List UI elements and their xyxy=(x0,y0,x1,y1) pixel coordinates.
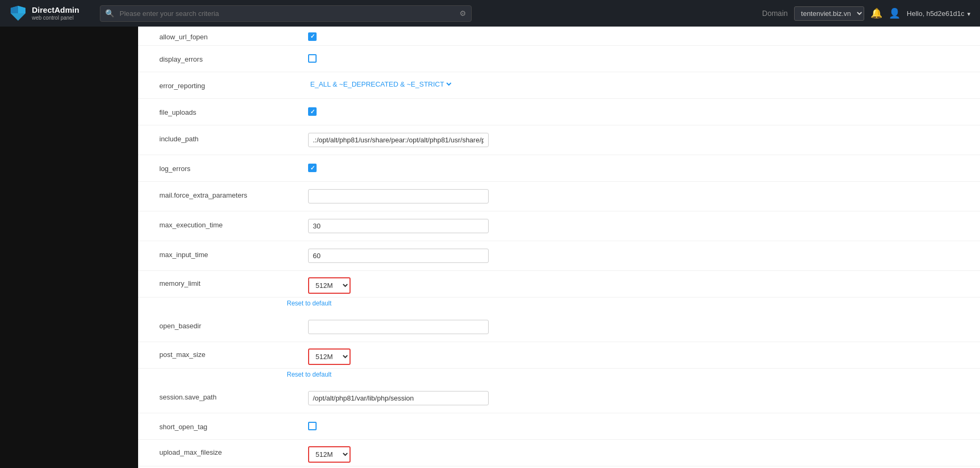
logo-text: DirectAdmin web control panel xyxy=(32,5,79,21)
domain-label: Domain xyxy=(762,9,788,18)
row-memory-limit-inner: memory_limit 512M 256M 128M 64M 32M xyxy=(138,271,980,297)
setting-name-display-errors: display_errors xyxy=(159,53,308,63)
setting-name-post-max-size: post_max_size xyxy=(159,348,308,359)
search-bar: 🔍 ⚙ xyxy=(100,5,472,22)
checkbox-file-uploads[interactable] xyxy=(308,107,317,116)
row-mail-force: mail.force_extra_parameters xyxy=(138,182,980,211)
setting-value-max-exec-time xyxy=(308,219,959,233)
row-error-reporting: error_reporting E_ALL & ~E_DEPRECATED & … xyxy=(138,72,980,99)
row-log-errors: log_errors xyxy=(138,155,980,182)
reset-memory-limit[interactable]: Reset to default xyxy=(138,300,980,312)
row-max-input-time: max_input_time xyxy=(138,241,980,271)
input-max-input-time[interactable] xyxy=(308,249,489,263)
checkbox-display-errors[interactable] xyxy=(308,54,317,63)
logo-area: DirectAdmin web control panel xyxy=(8,4,93,23)
reset-post-max-size[interactable]: Reset to default xyxy=(138,371,980,384)
select-post-max-size[interactable]: 512M 256M 128M 64M 32M xyxy=(308,348,351,365)
sidebar xyxy=(0,27,138,468)
select-memory-limit[interactable]: 512M 256M 128M 64M 32M xyxy=(308,277,351,294)
row-allow-url-fopen: allow_url_fopen xyxy=(138,27,980,46)
setting-value-max-input-time xyxy=(308,249,959,263)
header: DirectAdmin web control panel 🔍 ⚙ Domain… xyxy=(0,0,980,27)
setting-name-short-open-tag: short_open_tag xyxy=(159,421,308,431)
settings-panel: allow_url_fopen display_errors error_rep… xyxy=(138,27,980,468)
setting-value-upload-max-filesize: 512M 256M 128M 64M 32M xyxy=(308,446,959,463)
checkbox-log-errors[interactable] xyxy=(308,164,317,172)
user-greeting[interactable]: Hello, h5d2e61d1c ▼ xyxy=(907,10,972,18)
select-upload-max-filesize[interactable]: 512M 256M 128M 64M 32M xyxy=(308,446,351,463)
setting-value-short-open-tag xyxy=(308,421,959,432)
row-short-open-tag: short_open_tag xyxy=(138,413,980,440)
setting-name-max-input-time: max_input_time xyxy=(159,249,308,259)
row-memory-limit: memory_limit 512M 256M 128M 64M 32M Rese… xyxy=(138,271,980,312)
svg-marker-1 xyxy=(11,6,18,13)
input-max-exec-time[interactable] xyxy=(308,219,489,233)
setting-value-memory-limit: 512M 256M 128M 64M 32M xyxy=(308,277,959,294)
input-mail-force[interactable] xyxy=(308,189,489,203)
setting-name-log-errors: log_errors xyxy=(159,163,308,173)
row-upload-max-filesize-inner: upload_max_filesize 512M 256M 128M 64M 3… xyxy=(138,440,980,466)
row-max-exec-time: max_execution_time xyxy=(138,211,980,241)
search-icon: 🔍 xyxy=(105,9,114,18)
setting-value-mail-force xyxy=(308,189,959,203)
setting-name-error-reporting: error_reporting xyxy=(159,80,308,90)
bell-icon[interactable]: 🔔 xyxy=(871,7,882,19)
setting-value-file-uploads xyxy=(308,106,959,116)
setting-value-open-basedir xyxy=(308,320,959,334)
input-include-path[interactable] xyxy=(308,133,489,147)
input-session-save-path[interactable] xyxy=(308,391,489,405)
gear-icon[interactable]: ⚙ xyxy=(459,9,466,18)
brand-name: DirectAdmin xyxy=(32,5,79,15)
brand-sub: web control panel xyxy=(32,15,79,21)
directadmin-logo xyxy=(8,4,28,23)
header-right: Domain tentenviet.biz.vn 🔔 👤 Hello, h5d2… xyxy=(762,6,972,21)
checkbox-short-open-tag[interactable] xyxy=(308,422,317,430)
setting-name-allow-url-fopen: allow_url_fopen xyxy=(159,31,308,41)
input-open-basedir[interactable] xyxy=(308,320,489,334)
main-container: allow_url_fopen display_errors error_rep… xyxy=(0,27,980,468)
checkbox-allow-url-fopen[interactable] xyxy=(308,32,317,41)
row-display-errors: display_errors xyxy=(138,46,980,72)
setting-name-file-uploads: file_uploads xyxy=(159,106,308,116)
greeting-arrow: ▼ xyxy=(966,11,972,17)
setting-value-allow-url-fopen xyxy=(308,31,959,41)
row-upload-max-filesize: upload_max_filesize 512M 256M 128M 64M 3… xyxy=(138,440,980,468)
setting-name-upload-max-filesize: upload_max_filesize xyxy=(159,446,308,456)
row-session-save-path: session.save_path xyxy=(138,384,980,413)
setting-name-include-path: include_path xyxy=(159,133,308,143)
setting-value-include-path xyxy=(308,133,959,147)
row-file-uploads: file_uploads xyxy=(138,99,980,125)
setting-value-error-reporting: E_ALL & ~E_DEPRECATED & ~E_STRICT xyxy=(308,80,959,89)
setting-name-max-exec-time: max_execution_time xyxy=(159,219,308,229)
setting-name-session-save-path: session.save_path xyxy=(159,391,308,401)
row-post-max-size: post_max_size 512M 256M 128M 64M 32M Res… xyxy=(138,342,980,384)
domain-select[interactable]: tentenviet.biz.vn xyxy=(794,6,864,21)
row-include-path: include_path xyxy=(138,125,980,155)
error-reporting-select[interactable]: E_ALL & ~E_DEPRECATED & ~E_STRICT xyxy=(308,80,453,89)
content-area: allow_url_fopen display_errors error_rep… xyxy=(138,27,980,468)
setting-name-mail-force: mail.force_extra_parameters xyxy=(159,189,308,199)
setting-value-log-errors xyxy=(308,163,959,172)
setting-name-memory-limit: memory_limit xyxy=(159,277,308,287)
row-open-basedir: open_basedir xyxy=(138,312,980,342)
setting-value-display-errors xyxy=(308,53,959,64)
user-avatar: 👤 xyxy=(889,7,900,19)
row-post-max-size-inner: post_max_size 512M 256M 128M 64M 32M xyxy=(138,342,980,369)
search-input[interactable] xyxy=(100,5,472,22)
setting-value-session-save-path xyxy=(308,391,959,405)
svg-marker-2 xyxy=(18,6,25,13)
setting-value-post-max-size: 512M 256M 128M 64M 32M xyxy=(308,348,959,365)
setting-name-open-basedir: open_basedir xyxy=(159,320,308,330)
